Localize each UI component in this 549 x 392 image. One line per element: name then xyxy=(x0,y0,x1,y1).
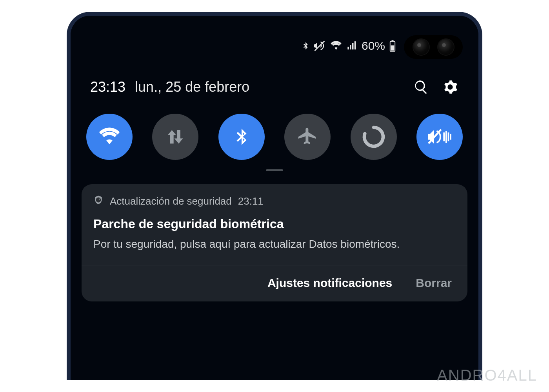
bluetooth-icon xyxy=(301,40,310,52)
toggle-bluetooth[interactable] xyxy=(218,114,265,160)
vibrate-icon xyxy=(428,126,451,147)
notification-title: Parche de seguridad biométrica xyxy=(93,217,456,231)
toggle-sound[interactable] xyxy=(416,114,463,160)
volume-up-button[interactable] xyxy=(67,220,68,263)
clock-time: 23:13 xyxy=(90,79,125,95)
svg-rect-2 xyxy=(391,45,394,51)
notification-header: Actualización de seguridad 23:11 xyxy=(93,194,456,208)
notification-card[interactable]: Actualización de seguridad 23:11 Parche … xyxy=(82,184,467,301)
vibrate-mute-icon xyxy=(314,40,325,52)
battery-icon xyxy=(389,40,396,52)
watermark-text: andro4all xyxy=(437,367,537,384)
wifi-icon xyxy=(98,125,121,148)
date-text: lun., 25 de febrero xyxy=(135,79,249,95)
camera-lens xyxy=(437,38,454,56)
toggle-wifi[interactable] xyxy=(86,114,133,160)
search-icon xyxy=(413,79,429,95)
shield-icon xyxy=(93,194,104,208)
notification-actions-row: Ajustes notificaciones Borrar xyxy=(93,265,456,301)
notification-time: 23:11 xyxy=(238,195,264,207)
quick-settings-row xyxy=(86,114,463,160)
volume-down-button[interactable] xyxy=(67,270,68,314)
wifi-icon xyxy=(329,40,343,52)
toggle-airplane[interactable] xyxy=(284,114,331,160)
clear-button[interactable]: Borrar xyxy=(416,276,452,290)
battery-percentage: 60% xyxy=(362,39,385,53)
spinner-icon xyxy=(361,124,386,149)
time-date: 23:13 lun., 25 de febrero xyxy=(90,79,249,95)
gear-icon xyxy=(442,79,458,95)
notification-settings-button[interactable]: Ajustes notificaciones xyxy=(267,276,392,290)
camera-cutout xyxy=(404,35,463,59)
screen: 60% 23:13 lun., 25 de febrero xyxy=(71,16,478,380)
status-bar: 60% xyxy=(301,39,396,53)
bluetooth-icon xyxy=(232,125,251,148)
drag-handle[interactable] xyxy=(266,169,283,171)
search-button[interactable] xyxy=(413,78,430,96)
camera-lens xyxy=(413,38,430,56)
toggle-mobile-data[interactable] xyxy=(152,114,198,160)
airplane-icon xyxy=(296,126,318,148)
notification-app-name: Actualización de seguridad xyxy=(110,195,232,207)
data-arrows-icon xyxy=(165,127,185,147)
settings-button[interactable] xyxy=(442,78,459,96)
phone-frame: 60% 23:13 lun., 25 de febrero xyxy=(67,12,482,380)
toggle-rotate[interactable] xyxy=(351,114,397,160)
svg-rect-1 xyxy=(392,40,394,42)
signal-icon xyxy=(347,40,358,51)
notification-body: Por tu seguridad, pulsa aquí para actual… xyxy=(93,237,456,252)
panel-header: 23:13 lun., 25 de febrero xyxy=(90,78,459,96)
